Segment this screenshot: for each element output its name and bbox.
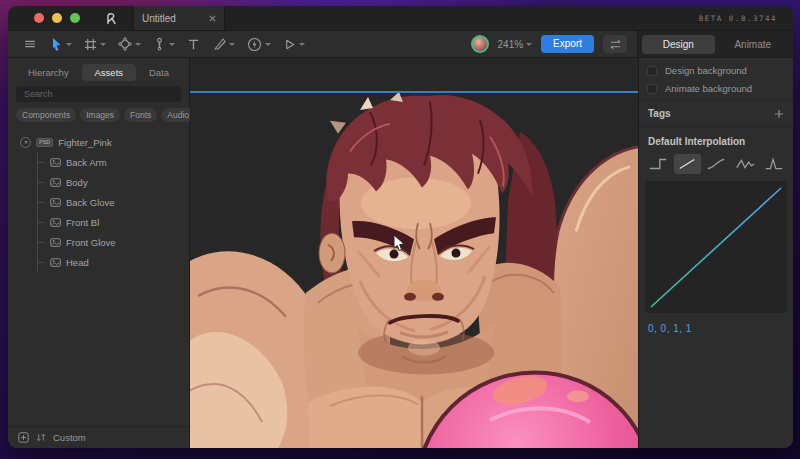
filter-images[interactable]: Images bbox=[80, 108, 120, 122]
add-square-icon[interactable] bbox=[18, 432, 29, 443]
cubic-curve-icon bbox=[706, 157, 726, 171]
interp-hold-button[interactable] bbox=[645, 154, 672, 174]
design-background-label: Design background bbox=[665, 65, 747, 76]
asset-item[interactable]: Body bbox=[38, 172, 189, 192]
design-background-checkbox[interactable] bbox=[647, 66, 657, 76]
design-mode-button[interactable]: Design bbox=[642, 35, 715, 54]
chevron-down-icon bbox=[526, 43, 532, 46]
image-icon bbox=[50, 258, 61, 267]
chevron-down-icon[interactable] bbox=[100, 43, 106, 46]
interpolation-header: Default Interpolation bbox=[639, 127, 793, 154]
zoom-level-value: 241% bbox=[498, 39, 524, 50]
animate-background-label: Animate background bbox=[665, 83, 752, 94]
asset-group-label: Fighter_Pink bbox=[58, 137, 111, 148]
asset-group-row[interactable]: PSD Fighter_Pink bbox=[20, 132, 189, 152]
interp-cubic-button[interactable] bbox=[703, 154, 730, 174]
window-controls bbox=[34, 13, 80, 23]
interpolation-mode-selector bbox=[639, 154, 793, 174]
mode-toggle: Design Animate bbox=[637, 31, 793, 57]
asset-item[interactable]: Head bbox=[38, 252, 189, 272]
bone-tool-button[interactable] bbox=[148, 33, 180, 55]
interp-linear-button[interactable] bbox=[674, 154, 701, 174]
asset-item[interactable]: Front Glove bbox=[38, 232, 189, 252]
asset-children: Back Arm Body Back Glove bbox=[37, 152, 189, 272]
pen-tool-button[interactable] bbox=[113, 33, 146, 55]
close-tab-icon[interactable] bbox=[209, 13, 216, 24]
sort-mode-label[interactable]: Custom bbox=[53, 432, 86, 443]
interpolation-curve-graph[interactable] bbox=[645, 181, 787, 313]
share-button[interactable] bbox=[603, 35, 627, 53]
chevron-down-icon[interactable] bbox=[135, 43, 141, 46]
left-panel-tabs: Hierarchy Assets Data bbox=[8, 58, 189, 85]
export-button[interactable]: Export bbox=[541, 35, 594, 53]
tags-header: Tags bbox=[648, 108, 671, 119]
desktop-background: Untitled BETA 0.8.3744 bbox=[0, 0, 800, 459]
knife-tool-button[interactable] bbox=[207, 33, 240, 55]
asset-item-label: Back Glove bbox=[66, 197, 115, 208]
play-icon bbox=[283, 38, 296, 51]
tab-hierarchy[interactable]: Hierarchy bbox=[20, 64, 77, 81]
design-background-row: Design background bbox=[647, 65, 785, 76]
user-avatar[interactable] bbox=[471, 35, 489, 53]
psd-file-badge: PSD bbox=[36, 138, 53, 147]
tool-group bbox=[18, 33, 310, 55]
close-window-button[interactable] bbox=[34, 13, 44, 23]
chevron-down-icon[interactable] bbox=[66, 43, 72, 46]
maximize-window-button[interactable] bbox=[70, 13, 80, 23]
asset-search[interactable] bbox=[16, 86, 181, 102]
search-input[interactable] bbox=[22, 88, 175, 100]
image-icon bbox=[50, 178, 61, 187]
artboard-icon bbox=[84, 38, 97, 51]
animate-background-checkbox[interactable] bbox=[647, 84, 657, 94]
fighter-artwork[interactable] bbox=[190, 92, 638, 448]
text-tool-button[interactable] bbox=[182, 33, 205, 55]
file-tab[interactable]: Untitled bbox=[133, 6, 225, 30]
expand-chevron-icon[interactable] bbox=[20, 137, 31, 148]
main-content: Hierarchy Assets Data Components Images … bbox=[8, 58, 793, 448]
filter-fonts[interactable]: Fonts bbox=[124, 108, 157, 122]
chevron-down-icon[interactable] bbox=[169, 43, 175, 46]
left-panel: Hierarchy Assets Data Components Images … bbox=[8, 58, 190, 448]
asset-tree: PSD Fighter_Pink Back Arm Body bbox=[8, 122, 189, 426]
knife-icon bbox=[212, 37, 226, 51]
tags-section: Tags bbox=[639, 100, 793, 127]
filter-components[interactable]: Components bbox=[16, 108, 76, 122]
events-tool-button[interactable] bbox=[242, 33, 276, 55]
sort-order-icon[interactable] bbox=[36, 432, 46, 443]
select-tool-button[interactable] bbox=[44, 33, 77, 55]
asset-item[interactable]: Front Bl bbox=[38, 212, 189, 232]
chevron-down-icon[interactable] bbox=[265, 43, 271, 46]
minimize-window-button[interactable] bbox=[52, 13, 62, 23]
text-icon bbox=[187, 38, 200, 51]
beta-version-label: BETA 0.8.3744 bbox=[699, 14, 777, 23]
animate-background-row: Animate background bbox=[647, 83, 785, 94]
bone-icon bbox=[153, 37, 166, 51]
tab-data[interactable]: Data bbox=[141, 64, 177, 81]
play-tool-button[interactable] bbox=[278, 33, 310, 55]
artboard-tool-button[interactable] bbox=[79, 33, 111, 55]
hamburger-menu-icon bbox=[23, 37, 37, 51]
elastic-curve-icon bbox=[735, 157, 755, 171]
animate-mode-button[interactable]: Animate bbox=[717, 35, 790, 54]
artboard-top-edge[interactable] bbox=[190, 91, 638, 93]
tab-assets[interactable]: Assets bbox=[82, 64, 137, 81]
main-menu-button[interactable] bbox=[18, 33, 42, 55]
background-options: Design background Animate background bbox=[639, 58, 793, 100]
add-tag-icon[interactable] bbox=[774, 109, 784, 119]
asset-item[interactable]: Back Arm bbox=[38, 152, 189, 172]
mouse-cursor-icon bbox=[393, 234, 406, 252]
image-icon bbox=[50, 158, 61, 167]
interp-graph-button[interactable] bbox=[760, 154, 787, 174]
asset-item[interactable]: Back Glove bbox=[38, 192, 189, 212]
vector-pen-icon bbox=[118, 37, 132, 51]
asset-item-label: Back Arm bbox=[66, 157, 107, 168]
zoom-level-dropdown[interactable]: 241% bbox=[498, 39, 533, 50]
linear-curve-icon bbox=[677, 157, 697, 171]
canvas[interactable] bbox=[190, 58, 638, 448]
interp-elastic-button[interactable] bbox=[731, 154, 758, 174]
rive-logo-icon bbox=[104, 12, 117, 25]
hold-curve-icon bbox=[648, 157, 668, 171]
chevron-down-icon[interactable] bbox=[229, 43, 235, 46]
chevron-down-icon[interactable] bbox=[299, 43, 305, 46]
asset-item-label: Front Bl bbox=[66, 217, 99, 228]
